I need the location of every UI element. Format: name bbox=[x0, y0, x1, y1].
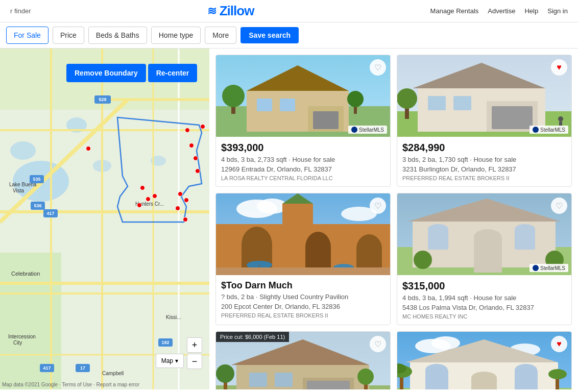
svg-point-2 bbox=[10, 141, 36, 160]
listing-price: $315,000 bbox=[402, 280, 566, 292]
header-nav: Manage Rentals Advertise Help Sign in bbox=[430, 7, 568, 15]
for-sale-filter[interactable]: For Sale bbox=[6, 27, 49, 44]
listing-card[interactable]: ♥ bbox=[397, 331, 572, 389]
map-dot bbox=[183, 217, 188, 222]
listing-card[interactable]: Price cut: $6,000 (Feb 11) ♡ bbox=[215, 331, 391, 389]
manage-rentals-link[interactable]: Manage Rentals bbox=[430, 7, 479, 15]
svg-point-114 bbox=[425, 364, 448, 376]
listing-image: ♥ bbox=[397, 332, 571, 389]
zoom-in-button[interactable]: + bbox=[187, 337, 202, 353]
svg-point-123 bbox=[548, 369, 567, 379]
map-type-container: Map ▾ bbox=[156, 354, 184, 368]
header-logo: ≋ Zillow bbox=[207, 3, 254, 19]
listing-address: 3231 Burlington Dr, Orlando, FL 32837 bbox=[402, 165, 566, 173]
map-buttons: Remove Boundary Re-center bbox=[66, 64, 197, 82]
listing-card[interactable]: ♡ StellarMLS $315,000 4 bds, 3 ba, 1,994… bbox=[397, 193, 572, 325]
advertise-link[interactable]: Advertise bbox=[488, 7, 515, 15]
listing-image-svg bbox=[397, 332, 571, 389]
favorite-button[interactable]: ♡ bbox=[370, 336, 386, 352]
map-dot bbox=[185, 128, 190, 133]
remove-boundary-button[interactable]: Remove Boundary bbox=[66, 64, 146, 82]
listing-info: $315,000 4 bds, 3 ba, 1,994 sqft · House… bbox=[397, 275, 571, 325]
svg-point-61 bbox=[558, 116, 563, 121]
listing-image-svg bbox=[216, 55, 390, 137]
svg-text:417: 417 bbox=[46, 211, 54, 216]
mls-badge: StellarMLS bbox=[529, 126, 568, 134]
favorite-button[interactable]: ♥ bbox=[551, 59, 567, 76]
listings-grid: ♡ StellarMLS $393,000 4 bds, 3 ba, 2,733… bbox=[215, 48, 572, 389]
svg-text:417: 417 bbox=[43, 365, 51, 371]
listing-info: $284,990 3 bds, 2 ba, 1,730 sqft · House… bbox=[397, 137, 571, 186]
map-dot bbox=[86, 146, 91, 151]
svg-point-91 bbox=[515, 224, 535, 234]
map-zoom-controls: + − bbox=[187, 337, 202, 369]
svg-rect-48 bbox=[280, 99, 295, 111]
header: r finder ≋ Zillow Manage Rentals Adverti… bbox=[0, 0, 578, 22]
listing-price: $393,000 bbox=[221, 142, 385, 154]
filter-bar: For Sale Price Beds & Baths Home type Mo… bbox=[0, 22, 578, 48]
svg-text:Kissi...: Kissi... bbox=[166, 314, 181, 320]
listing-address: 200 Epcot Center Dr, Orlando, FL 32836 bbox=[221, 303, 385, 310]
save-search-button[interactable]: Save search bbox=[240, 27, 299, 43]
listing-card[interactable]: ♡ $Too Darn Much ? bds, 2 ba · Slightly … bbox=[215, 193, 391, 325]
map-dot bbox=[178, 191, 183, 197]
favorite-button[interactable]: ♡ bbox=[370, 59, 386, 76]
map-dot bbox=[175, 206, 180, 211]
map-data-text: Map data ©2021 Google bbox=[2, 382, 58, 387]
listing-agent: MC HOMES REALTY INC bbox=[402, 313, 566, 320]
mls-text: StellarMLS bbox=[359, 127, 384, 133]
favorite-button[interactable]: ♡ bbox=[551, 198, 567, 214]
svg-rect-99 bbox=[307, 381, 350, 389]
svg-text:536: 536 bbox=[34, 203, 41, 208]
map-dot bbox=[137, 203, 142, 208]
mls-logo-icon bbox=[533, 265, 539, 271]
map-type-button[interactable]: Map ▾ bbox=[156, 354, 184, 368]
price-filter[interactable]: Price bbox=[53, 27, 84, 44]
help-link[interactable]: Help bbox=[524, 7, 538, 15]
map-dot bbox=[140, 185, 145, 190]
listing-card[interactable]: ♥ StellarMLS $284,990 3 bds, 2 ba, 1,730… bbox=[397, 55, 572, 187]
sign-in-link[interactable]: Sign in bbox=[547, 7, 568, 15]
svg-text:Vista: Vista bbox=[13, 188, 24, 193]
report-map-error-link[interactable]: Report a map error bbox=[97, 382, 139, 387]
svg-point-118 bbox=[471, 372, 497, 384]
map-svg: 528 535 536 417 417 17 192 Lake Buena Vi… bbox=[0, 48, 209, 389]
mls-badge: StellarMLS bbox=[529, 264, 568, 272]
listing-image-svg bbox=[216, 193, 390, 275]
listing-image-svg bbox=[397, 55, 571, 137]
mls-text: StellarMLS bbox=[540, 127, 565, 133]
svg-point-89 bbox=[428, 224, 448, 234]
svg-rect-81 bbox=[216, 267, 390, 275]
home-type-filter[interactable]: Home type bbox=[151, 27, 201, 44]
listings-area: ♡ StellarMLS $393,000 4 bds, 3 ba, 2,733… bbox=[209, 48, 578, 389]
more-filter[interactable]: More bbox=[205, 27, 236, 44]
map-footer: Map data ©2021 Google · Terms of Use · R… bbox=[2, 382, 139, 387]
svg-rect-58 bbox=[492, 106, 533, 129]
map-dot bbox=[200, 124, 205, 129]
re-center-button[interactable]: Re-center bbox=[148, 64, 198, 82]
beds-baths-filter[interactable]: Beds & Baths bbox=[88, 27, 147, 44]
svg-rect-100 bbox=[249, 373, 267, 387]
price-cut-badge: Price cut: $6,000 (Feb 11) bbox=[216, 332, 289, 342]
terms-of-use-link[interactable]: Terms of Use bbox=[62, 382, 92, 387]
svg-text:528: 528 bbox=[99, 97, 106, 102]
listing-agent: PREFERRED REAL ESTATE BROKERS II bbox=[221, 312, 385, 318]
listing-card[interactable]: ♡ StellarMLS $393,000 4 bds, 3 ba, 2,733… bbox=[215, 55, 391, 187]
listing-price: $Too Darn Much bbox=[221, 280, 385, 291]
svg-point-116 bbox=[515, 364, 537, 376]
favorite-button[interactable]: ♥ bbox=[551, 336, 567, 352]
mls-logo-icon bbox=[351, 127, 357, 133]
svg-text:17: 17 bbox=[80, 365, 85, 371]
svg-text:535: 535 bbox=[33, 177, 40, 182]
svg-point-103 bbox=[216, 364, 234, 383]
svg-point-52 bbox=[347, 91, 364, 107]
svg-text:Intercession: Intercession bbox=[8, 334, 36, 339]
svg-point-105 bbox=[357, 369, 374, 385]
map-type-label: Map bbox=[161, 357, 173, 364]
svg-rect-101 bbox=[275, 373, 293, 387]
map-dot bbox=[146, 197, 151, 202]
mls-badge: StellarMLS bbox=[348, 126, 387, 134]
favorite-button[interactable]: ♡ bbox=[370, 198, 386, 214]
zoom-out-button[interactable]: − bbox=[187, 354, 202, 369]
mls-text: StellarMLS bbox=[540, 265, 565, 271]
